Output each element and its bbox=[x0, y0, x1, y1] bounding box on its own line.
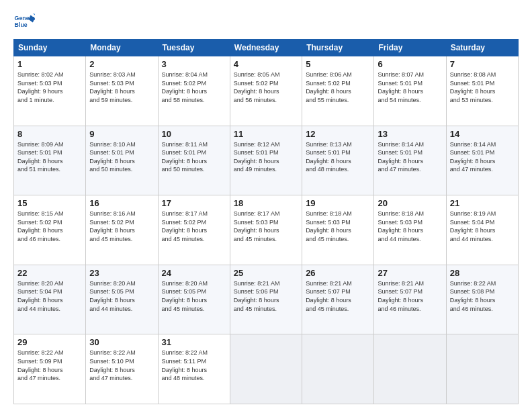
calendar-cell: 15Sunrise: 8:15 AM Sunset: 5:02 PM Dayli… bbox=[14, 195, 86, 265]
calendar-cell: 5Sunrise: 8:06 AM Sunset: 5:02 PM Daylig… bbox=[302, 56, 374, 126]
day-number: 17 bbox=[162, 198, 226, 208]
weekday-header-friday: Friday bbox=[374, 40, 446, 56]
day-info: Sunrise: 8:04 AM Sunset: 5:02 PM Dayligh… bbox=[162, 71, 226, 104]
calendar-cell: 26Sunrise: 8:21 AM Sunset: 5:07 PM Dayli… bbox=[302, 265, 374, 334]
day-number: 18 bbox=[234, 198, 298, 208]
day-number: 6 bbox=[378, 59, 442, 69]
header: General Blue bbox=[13, 11, 519, 32]
calendar-cell: 17Sunrise: 8:17 AM Sunset: 5:02 PM Dayli… bbox=[158, 195, 230, 265]
day-info: Sunrise: 8:22 AM Sunset: 5:11 PM Dayligh… bbox=[162, 349, 226, 382]
day-info: Sunrise: 8:20 AM Sunset: 5:04 PM Dayligh… bbox=[17, 279, 82, 313]
calendar-cell: 1Sunrise: 8:02 AM Sunset: 5:03 PM Daylig… bbox=[14, 56, 86, 126]
calendar-cell: 12Sunrise: 8:13 AM Sunset: 5:01 PM Dayli… bbox=[302, 126, 374, 195]
day-info: Sunrise: 8:18 AM Sunset: 5:03 PM Dayligh… bbox=[378, 210, 442, 243]
day-info: Sunrise: 8:13 AM Sunset: 5:01 PM Dayligh… bbox=[306, 140, 370, 174]
calendar-cell: 14Sunrise: 8:14 AM Sunset: 5:01 PM Dayli… bbox=[446, 126, 518, 195]
calendar-cell: 18Sunrise: 8:17 AM Sunset: 5:03 PM Dayli… bbox=[230, 195, 302, 265]
day-number: 28 bbox=[450, 268, 515, 278]
calendar-cell bbox=[230, 334, 302, 404]
page: General Blue SundayMondayTuesdayWednesda… bbox=[0, 0, 532, 411]
calendar-cell: 11Sunrise: 8:12 AM Sunset: 5:01 PM Dayli… bbox=[230, 126, 302, 195]
day-info: Sunrise: 8:21 AM Sunset: 5:07 PM Dayligh… bbox=[306, 279, 370, 313]
calendar-cell: 19Sunrise: 8:18 AM Sunset: 5:03 PM Dayli… bbox=[302, 195, 374, 265]
calendar-table: SundayMondayTuesdayWednesdayThursdayFrid… bbox=[13, 39, 519, 404]
calendar-cell: 16Sunrise: 8:16 AM Sunset: 5:02 PM Dayli… bbox=[86, 195, 158, 265]
calendar-cell: 8Sunrise: 8:09 AM Sunset: 5:01 PM Daylig… bbox=[14, 126, 86, 195]
day-info: Sunrise: 8:20 AM Sunset: 5:05 PM Dayligh… bbox=[162, 279, 226, 313]
day-info: Sunrise: 8:03 AM Sunset: 5:03 PM Dayligh… bbox=[89, 71, 154, 104]
calendar-cell: 21Sunrise: 8:19 AM Sunset: 5:04 PM Dayli… bbox=[446, 195, 518, 265]
day-number: 19 bbox=[306, 198, 370, 208]
day-number: 8 bbox=[17, 129, 82, 139]
day-number: 20 bbox=[378, 198, 442, 208]
day-number: 30 bbox=[89, 337, 154, 347]
day-number: 31 bbox=[162, 337, 226, 347]
day-number: 21 bbox=[450, 198, 515, 208]
day-info: Sunrise: 8:14 AM Sunset: 5:01 PM Dayligh… bbox=[450, 140, 515, 174]
calendar-cell bbox=[446, 334, 518, 404]
day-info: Sunrise: 8:22 AM Sunset: 5:10 PM Dayligh… bbox=[89, 349, 154, 382]
day-info: Sunrise: 8:17 AM Sunset: 5:02 PM Dayligh… bbox=[162, 210, 226, 243]
calendar-cell: 28Sunrise: 8:22 AM Sunset: 5:08 PM Dayli… bbox=[446, 265, 518, 334]
day-number: 16 bbox=[89, 198, 154, 208]
week-row-1: 1Sunrise: 8:02 AM Sunset: 5:03 PM Daylig… bbox=[14, 56, 519, 126]
weekday-header-wednesday: Wednesday bbox=[230, 40, 302, 56]
day-number: 15 bbox=[17, 198, 82, 208]
weekday-header-sunday: Sunday bbox=[14, 40, 86, 56]
day-number: 14 bbox=[450, 129, 515, 139]
day-number: 2 bbox=[89, 59, 154, 69]
calendar-cell bbox=[374, 334, 446, 404]
day-number: 24 bbox=[162, 268, 226, 278]
day-info: Sunrise: 8:11 AM Sunset: 5:01 PM Dayligh… bbox=[162, 140, 226, 174]
day-info: Sunrise: 8:02 AM Sunset: 5:03 PM Dayligh… bbox=[17, 71, 82, 104]
week-row-4: 22Sunrise: 8:20 AM Sunset: 5:04 PM Dayli… bbox=[14, 265, 519, 334]
day-info: Sunrise: 8:14 AM Sunset: 5:01 PM Dayligh… bbox=[378, 140, 442, 174]
weekday-header-monday: Monday bbox=[86, 40, 158, 56]
day-info: Sunrise: 8:08 AM Sunset: 5:01 PM Dayligh… bbox=[450, 71, 515, 104]
weekday-header-saturday: Saturday bbox=[446, 40, 518, 56]
week-row-5: 29Sunrise: 8:22 AM Sunset: 5:09 PM Dayli… bbox=[14, 334, 519, 404]
day-number: 13 bbox=[378, 129, 442, 139]
calendar-cell: 7Sunrise: 8:08 AM Sunset: 5:01 PM Daylig… bbox=[446, 56, 518, 126]
weekday-header-row: SundayMondayTuesdayWednesdayThursdayFrid… bbox=[14, 40, 519, 56]
calendar-cell: 13Sunrise: 8:14 AM Sunset: 5:01 PM Dayli… bbox=[374, 126, 446, 195]
day-info: Sunrise: 8:09 AM Sunset: 5:01 PM Dayligh… bbox=[17, 140, 82, 174]
day-number: 11 bbox=[234, 129, 298, 139]
day-number: 25 bbox=[234, 268, 298, 278]
day-info: Sunrise: 8:12 AM Sunset: 5:01 PM Dayligh… bbox=[234, 140, 298, 174]
day-info: Sunrise: 8:06 AM Sunset: 5:02 PM Dayligh… bbox=[306, 71, 370, 104]
day-number: 26 bbox=[306, 268, 370, 278]
logo: General Blue bbox=[13, 11, 35, 32]
day-info: Sunrise: 8:15 AM Sunset: 5:02 PM Dayligh… bbox=[17, 210, 82, 243]
calendar-cell: 29Sunrise: 8:22 AM Sunset: 5:09 PM Dayli… bbox=[14, 334, 86, 404]
calendar-cell: 4Sunrise: 8:05 AM Sunset: 5:02 PM Daylig… bbox=[230, 56, 302, 126]
calendar-cell: 23Sunrise: 8:20 AM Sunset: 5:05 PM Dayli… bbox=[86, 265, 158, 334]
weekday-header-tuesday: Tuesday bbox=[158, 40, 230, 56]
day-info: Sunrise: 8:22 AM Sunset: 5:08 PM Dayligh… bbox=[450, 279, 515, 313]
day-number: 9 bbox=[89, 129, 154, 139]
calendar-cell: 22Sunrise: 8:20 AM Sunset: 5:04 PM Dayli… bbox=[14, 265, 86, 334]
svg-text:Blue: Blue bbox=[15, 21, 28, 28]
day-info: Sunrise: 8:16 AM Sunset: 5:02 PM Dayligh… bbox=[89, 210, 154, 243]
day-number: 29 bbox=[17, 337, 82, 347]
calendar-cell: 27Sunrise: 8:21 AM Sunset: 5:07 PM Dayli… bbox=[374, 265, 446, 334]
day-number: 7 bbox=[450, 59, 515, 69]
day-info: Sunrise: 8:19 AM Sunset: 5:04 PM Dayligh… bbox=[450, 210, 515, 243]
day-info: Sunrise: 8:10 AM Sunset: 5:01 PM Dayligh… bbox=[89, 140, 154, 174]
calendar-cell: 31Sunrise: 8:22 AM Sunset: 5:11 PM Dayli… bbox=[158, 334, 230, 404]
day-number: 3 bbox=[162, 59, 226, 69]
day-info: Sunrise: 8:21 AM Sunset: 5:07 PM Dayligh… bbox=[378, 279, 442, 313]
day-number: 1 bbox=[17, 59, 82, 69]
day-number: 10 bbox=[162, 129, 226, 139]
day-info: Sunrise: 8:05 AM Sunset: 5:02 PM Dayligh… bbox=[234, 71, 298, 104]
week-row-2: 8Sunrise: 8:09 AM Sunset: 5:01 PM Daylig… bbox=[14, 126, 519, 195]
weekday-header-thursday: Thursday bbox=[302, 40, 374, 56]
day-info: Sunrise: 8:18 AM Sunset: 5:03 PM Dayligh… bbox=[306, 210, 370, 243]
day-info: Sunrise: 8:17 AM Sunset: 5:03 PM Dayligh… bbox=[234, 210, 298, 243]
logo-icon: General Blue bbox=[13, 11, 35, 32]
day-number: 4 bbox=[234, 59, 298, 69]
calendar-cell: 9Sunrise: 8:10 AM Sunset: 5:01 PM Daylig… bbox=[86, 126, 158, 195]
day-info: Sunrise: 8:20 AM Sunset: 5:05 PM Dayligh… bbox=[89, 279, 154, 313]
day-info: Sunrise: 8:22 AM Sunset: 5:09 PM Dayligh… bbox=[17, 349, 82, 382]
day-info: Sunrise: 8:21 AM Sunset: 5:06 PM Dayligh… bbox=[234, 279, 298, 313]
